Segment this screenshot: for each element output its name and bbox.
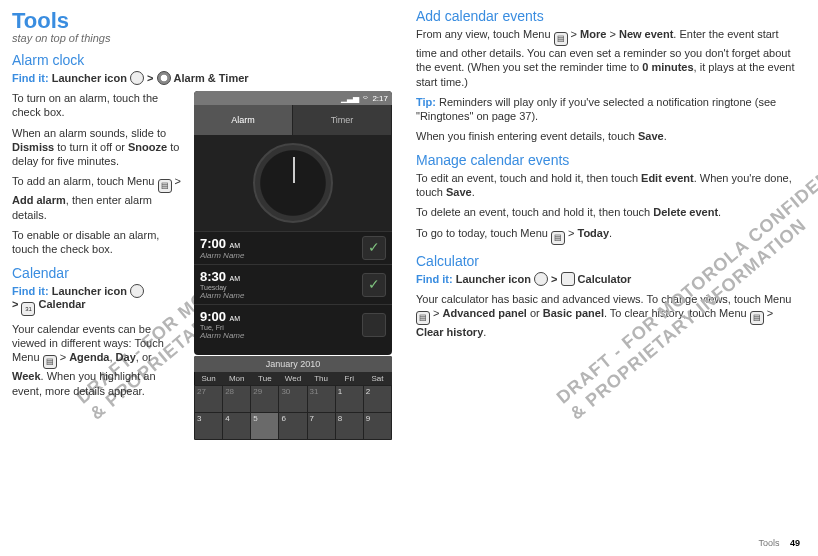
calendar-cell[interactable]: 9 [363, 413, 391, 440]
footer-section: Tools [758, 538, 779, 548]
calendar-p1: Your calendar events can be viewed in di… [12, 322, 182, 398]
calendar-title: January 2010 [194, 356, 392, 372]
signal-icon: ▁▃▅ [341, 94, 359, 103]
page-footer: Tools 49 [758, 538, 800, 548]
calendar-cell[interactable]: 7 [307, 413, 335, 440]
launcher-icon [130, 284, 144, 298]
section-manage-events: Manage calendar events [416, 152, 796, 168]
section-alarm-clock: Alarm clock [12, 52, 392, 68]
tab-timer[interactable]: Timer [293, 105, 392, 135]
launcher-icon [534, 272, 548, 286]
menu-icon [416, 311, 430, 325]
alarm-p1: To turn on an alarm, touch the check box… [12, 91, 182, 120]
tab-alarm[interactable]: Alarm [194, 105, 293, 135]
calendar-dow: Sun [195, 372, 223, 386]
calendar-cell[interactable]: 6 [279, 413, 307, 440]
calendar-dow: Tue [251, 372, 279, 386]
find-it-calculator: Find it: Launcher icon > Calculator [416, 272, 796, 286]
wifi-icon: ⌔ [363, 94, 368, 103]
calendar-cell[interactable]: 2 [363, 386, 391, 413]
section-calculator: Calculator [416, 253, 796, 269]
alarm-p3: To add an alarm, touch Menu > Add alarm,… [12, 174, 182, 222]
find-it-calendar: Find it: Launcher icon > 31 Calendar [12, 284, 182, 316]
alarm-days: Tue, Fri [200, 324, 362, 331]
menu-icon [750, 311, 764, 325]
alarm-checkbox[interactable] [362, 313, 386, 337]
alarm-row[interactable]: 8:30 AMTuesdayAlarm Name✓ [194, 264, 392, 304]
menu-icon [551, 231, 565, 245]
add-p1: From any view, touch Menu > More > New e… [416, 27, 796, 89]
calendar-cell[interactable]: 29 [251, 386, 279, 413]
calendar-dow: Mon [223, 372, 251, 386]
alarm-p2: When an alarm sounds, slide to Dismiss t… [12, 126, 182, 169]
chapter-subtitle: stay on top of things [12, 32, 392, 44]
chapter-title: Tools [12, 8, 392, 34]
add-p2: When you finish entering event details, … [416, 129, 796, 143]
alarm-checkbox[interactable]: ✓ [362, 236, 386, 260]
menu-icon [158, 179, 172, 193]
alarm-time: 7:00 AM [200, 236, 362, 251]
calendar-dow: Fri [335, 372, 363, 386]
section-add-events: Add calendar events [416, 8, 796, 24]
calendar-cell[interactable]: 4 [223, 413, 251, 440]
manage-p3: To go to today, touch Menu > Today. [416, 226, 796, 245]
calc-p1: Your calculator has basic and advanced v… [416, 292, 796, 340]
launcher-icon [130, 71, 144, 85]
alarm-row[interactable]: 7:00 AMAlarm Name✓ [194, 231, 392, 264]
calendar-dow: Thu [307, 372, 335, 386]
calendar-cell[interactable]: 27 [195, 386, 223, 413]
calendar-cell[interactable]: 31 [307, 386, 335, 413]
alarm-time: 9:00 AM [200, 309, 362, 324]
calendar-dow: Wed [279, 372, 307, 386]
footer-page-number: 49 [790, 538, 800, 548]
phone-calendar-screenshot: January 2010 SunMonTueWedThuFriSat 27282… [194, 356, 392, 440]
alarm-name: Alarm Name [200, 251, 362, 260]
alarm-checkbox[interactable]: ✓ [362, 273, 386, 297]
menu-icon [554, 32, 568, 46]
calendar-cell[interactable]: 8 [335, 413, 363, 440]
calendar-cell[interactable]: 28 [223, 386, 251, 413]
manage-p1: To edit an event, touch and hold it, the… [416, 171, 796, 200]
status-time: 2:17 [372, 94, 388, 103]
alarm-name: Alarm Name [200, 331, 362, 340]
find-it-alarm: Find it: Launcher icon > Alarm & Timer [12, 71, 392, 85]
clock-face [194, 135, 392, 231]
alarm-timer-icon [157, 71, 171, 85]
calendar-cell[interactable]: 1 [335, 386, 363, 413]
alarm-p4: To enable or disable an alarm, touch the… [12, 228, 182, 257]
calendar-cell[interactable]: 3 [195, 413, 223, 440]
calendar-dow: Sat [363, 372, 391, 386]
add-tip: Tip: Reminders will play only if you've … [416, 95, 796, 124]
right-column: Add calendar events From any view, touch… [416, 8, 796, 404]
alarm-days: Tuesday [200, 284, 362, 291]
alarm-time: 8:30 AM [200, 269, 362, 284]
calendar-cell[interactable]: 5 [251, 413, 279, 440]
calculator-icon [561, 272, 575, 286]
left-column: Tools stay on top of things Alarm clock … [12, 8, 392, 404]
calendar-cell[interactable]: 30 [279, 386, 307, 413]
status-bar: ▁▃▅ ⌔ 2:17 [194, 91, 392, 105]
alarm-row[interactable]: 9:00 AMTue, FriAlarm Name [194, 304, 392, 344]
menu-icon [43, 355, 57, 369]
manage-p2: To delete an event, touch and hold it, t… [416, 205, 796, 219]
phone-alarm-screenshot: ▁▃▅ ⌔ 2:17 Alarm Timer 7:00 AMAlarm Name… [194, 91, 392, 355]
calendar-icon: 31 [21, 302, 35, 316]
alarm-name: Alarm Name [200, 291, 362, 300]
